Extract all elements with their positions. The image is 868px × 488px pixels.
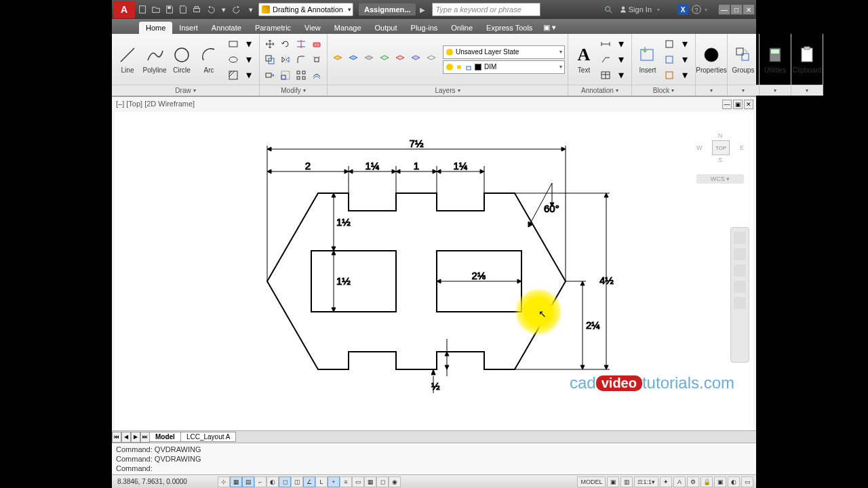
- layeroff-icon[interactable]: [346, 52, 361, 67]
- viewport-controls[interactable]: [–] [Top] [2D Wireframe]: [116, 100, 195, 108]
- wcs-label[interactable]: WCS ▾: [696, 174, 744, 184]
- table-dd-icon[interactable]: ▾: [614, 68, 629, 83]
- print-icon[interactable]: [191, 3, 203, 16]
- help-icon[interactable]: ?: [691, 4, 702, 15]
- attr-icon[interactable]: [662, 68, 677, 83]
- tpy-icon[interactable]: ▭: [352, 476, 364, 487]
- tab-prev-icon[interactable]: ◀: [121, 432, 131, 443]
- tab-annotate[interactable]: Annotate: [205, 22, 248, 34]
- sb-layout-icon[interactable]: ▣: [607, 476, 619, 487]
- nav-bar[interactable]: [730, 227, 749, 363]
- model-button[interactable]: MODEL: [577, 476, 606, 487]
- insert-button[interactable]: Insert: [635, 43, 660, 75]
- qat-dropdown-icon[interactable]: ▾: [218, 3, 230, 16]
- tab-next-icon[interactable]: ▶: [131, 432, 140, 443]
- circle-button[interactable]: Circle: [169, 43, 195, 75]
- panel-utilities-exp[interactable]: [760, 85, 791, 96]
- sb-quickview-icon[interactable]: ▥: [620, 476, 633, 487]
- tab-plugins[interactable]: Plug-ins: [404, 22, 445, 34]
- mirror-icon[interactable]: [278, 52, 293, 67]
- qp-icon[interactable]: ▦: [364, 476, 376, 487]
- cube-top[interactable]: TOP: [712, 140, 730, 155]
- toolbar-lock-icon[interactable]: 🔒: [701, 476, 713, 487]
- draw-dd2-icon[interactable]: ▾: [241, 52, 256, 67]
- layout-tab-a[interactable]: LCC_Layout A: [180, 432, 237, 442]
- layerfreeze-icon[interactable]: [377, 52, 392, 67]
- am-icon[interactable]: ◉: [389, 476, 401, 487]
- vp-close-icon[interactable]: ✕: [744, 100, 753, 109]
- open-icon[interactable]: [150, 3, 162, 16]
- tab-manage[interactable]: Manage: [328, 22, 368, 34]
- layerstate-dropdown[interactable]: Unsaved Layer State: [443, 45, 565, 59]
- polyline-button[interactable]: Polyline: [142, 43, 167, 75]
- scale-icon[interactable]: [278, 68, 293, 83]
- rectangle-icon[interactable]: [226, 37, 241, 52]
- array-icon[interactable]: [294, 68, 309, 83]
- snap-icon[interactable]: ▦: [230, 476, 242, 487]
- draw-dd3-icon[interactable]: ▾: [241, 68, 256, 83]
- osnap-icon[interactable]: ◻: [279, 476, 291, 487]
- layeriso-icon[interactable]: [361, 52, 376, 67]
- annovis-icon[interactable]: ✦: [660, 476, 672, 487]
- workspace-dropdown[interactable]: Drafting & Annotation: [258, 3, 353, 16]
- panel-clipboard-exp[interactable]: [791, 85, 823, 96]
- zoom-icon[interactable]: [734, 264, 746, 277]
- leader-icon[interactable]: [598, 52, 613, 67]
- stretch-icon[interactable]: [262, 68, 277, 83]
- search-icon[interactable]: [603, 4, 614, 15]
- layermore-icon[interactable]: [424, 52, 439, 67]
- block-dd1-icon[interactable]: ▾: [677, 37, 692, 52]
- panel-modify-title[interactable]: Modify: [260, 85, 327, 96]
- erase-icon[interactable]: [309, 37, 324, 52]
- ribbon-options-icon[interactable]: ▣ ▾: [539, 21, 560, 34]
- arc-button[interactable]: Arc: [196, 43, 222, 75]
- lwt-icon[interactable]: ≡: [340, 476, 352, 487]
- cube-e[interactable]: E: [740, 144, 744, 151]
- signin-button[interactable]: Sign In: [616, 5, 654, 14]
- viewport[interactable]: [–] [Top] [2D Wireframe] — ▣ ✕: [112, 96, 756, 443]
- properties-button[interactable]: Properties: [698, 43, 724, 75]
- drawing-canvas[interactable]: 7½ 2 1¼ 1 1¼ 60° 1½: [115, 112, 753, 443]
- document-tab[interactable]: Assignmen...: [359, 3, 416, 16]
- tab-first-icon[interactable]: ⏮: [112, 432, 121, 443]
- cube-n[interactable]: N: [696, 132, 744, 139]
- ws-switch-icon[interactable]: ⚙: [687, 476, 699, 487]
- search-input[interactable]: Type a keyword or phrase: [432, 3, 540, 16]
- cube-w[interactable]: W: [696, 144, 703, 151]
- infer-icon[interactable]: ⊹: [218, 476, 230, 487]
- fillet-icon[interactable]: [294, 52, 309, 67]
- draw-dd1-icon[interactable]: ▾: [241, 37, 256, 52]
- orbit-icon[interactable]: [734, 281, 746, 293]
- annoscale-icon[interactable]: ⚖ 1:1 ▾: [634, 476, 658, 487]
- showmotion-icon[interactable]: [734, 297, 746, 309]
- tab-output[interactable]: Output: [368, 22, 404, 34]
- block-dd2-icon[interactable]: ▾: [677, 52, 692, 67]
- dyn-icon[interactable]: +: [328, 476, 340, 487]
- text-button[interactable]: AText: [571, 43, 597, 75]
- close-button[interactable]: ✕: [743, 4, 755, 15]
- edit-block-icon[interactable]: [662, 52, 677, 67]
- annoauto-icon[interactable]: A: [673, 476, 686, 487]
- save-icon[interactable]: [163, 3, 176, 16]
- panel-draw-title[interactable]: Draw: [112, 85, 259, 96]
- panel-groups-exp[interactable]: [728, 85, 759, 96]
- minimize-button[interactable]: —: [718, 4, 730, 15]
- layermatch-icon[interactable]: [408, 52, 423, 67]
- utilities-button[interactable]: Utilities: [762, 43, 788, 75]
- saveas-icon[interactable]: [177, 3, 189, 16]
- explode-icon[interactable]: [309, 52, 324, 67]
- offset-icon[interactable]: [309, 68, 324, 83]
- polar-icon[interactable]: ◐: [267, 476, 279, 487]
- copy-icon[interactable]: [262, 52, 277, 67]
- line-button[interactable]: Line: [115, 43, 140, 75]
- sc-icon[interactable]: ◻: [376, 476, 389, 487]
- layerlock-icon[interactable]: [393, 52, 408, 67]
- create-block-icon[interactable]: [662, 37, 677, 52]
- groups-button[interactable]: Groups: [730, 43, 756, 75]
- vp-max-icon[interactable]: ▣: [733, 100, 743, 109]
- app-logo[interactable]: A: [113, 1, 135, 18]
- ellipse-icon[interactable]: [226, 52, 241, 67]
- ortho-icon[interactable]: ⌐: [254, 476, 267, 487]
- layer-dropdown[interactable]: DIM: [443, 60, 565, 74]
- hatch-icon[interactable]: [226, 68, 241, 83]
